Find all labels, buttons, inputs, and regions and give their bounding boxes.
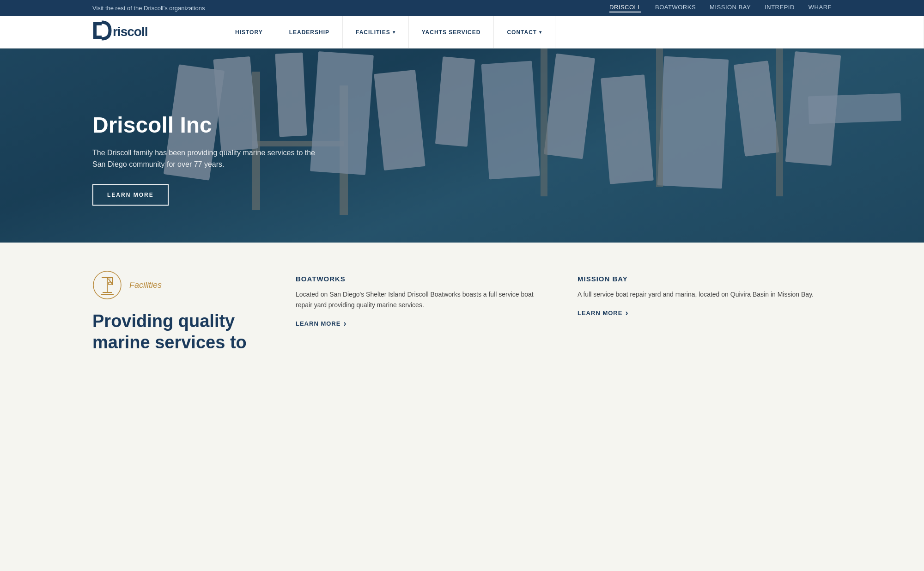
nav-yachts[interactable]: YACHTS SERVICED xyxy=(408,16,494,48)
top-bar-link-wharf[interactable]: WHARF xyxy=(808,4,832,12)
right-column: BOATWORKS Located on San Diego's Shelter… xyxy=(296,270,832,353)
hero-section: Driscoll Inc The Driscoll family has bee… xyxy=(0,49,924,243)
svg-rect-2 xyxy=(93,36,102,39)
mission-bay-description: A full service boat repair yard and mari… xyxy=(578,289,832,300)
facilities-label: Facilities xyxy=(129,280,162,290)
feature-mission-bay: MISSION BAY A full service boat repair y… xyxy=(578,275,832,353)
main-nav: riscoll HISTORY LEADERSHIP FACILITIES ▾ … xyxy=(0,16,924,49)
hero-cta-button[interactable]: LEARN MORE xyxy=(92,184,169,206)
logo[interactable]: riscoll xyxy=(92,20,171,44)
mission-bay-learn-more[interactable]: LEARN MORE xyxy=(578,308,832,318)
nav-history[interactable]: HISTORY xyxy=(222,16,276,48)
nav-leadership[interactable]: LEADERSHIP xyxy=(276,16,343,48)
facilities-chevron-icon: ▾ xyxy=(393,30,395,35)
svg-line-7 xyxy=(107,278,113,284)
logo-area: riscoll xyxy=(0,16,222,48)
feature-boatworks: BOATWORKS Located on San Diego's Shelter… xyxy=(296,275,550,353)
boatworks-description: Located on San Diego's Shelter Island Dr… xyxy=(296,289,550,310)
mission-bay-title: MISSION BAY xyxy=(578,275,832,283)
contact-chevron-icon: ▾ xyxy=(539,30,542,35)
boatworks-learn-more[interactable]: LEARN MORE xyxy=(296,319,550,328)
facilities-icon xyxy=(92,270,122,300)
content-section: Facilities Providing quality marine serv… xyxy=(0,243,924,371)
nav-contact[interactable]: CONTACT ▾ xyxy=(493,16,555,48)
boatworks-title: BOATWORKS xyxy=(296,275,550,283)
logo-svg: riscoll xyxy=(92,20,171,41)
top-bar-link-boatworks[interactable]: BOATWORKS xyxy=(655,4,696,12)
hero-description: The Driscoll family has been providing q… xyxy=(92,147,323,170)
top-bar-link-mission-bay[interactable]: MISSION BAY xyxy=(710,4,751,12)
svg-text:riscoll: riscoll xyxy=(113,24,147,39)
svg-rect-1 xyxy=(93,22,102,25)
hero-title: Driscoll Inc xyxy=(92,113,323,138)
nav-spacer xyxy=(555,16,924,48)
hero-content: Driscoll Inc The Driscoll family has bee… xyxy=(92,113,323,206)
top-bar-text: Visit the rest of the Driscoll's organiz… xyxy=(92,5,205,12)
top-bar-link-intrepid[interactable]: INTREPID xyxy=(765,4,795,12)
facilities-icon-wrap: Facilities xyxy=(92,270,259,300)
left-column: Facilities Providing quality marine serv… xyxy=(92,270,259,353)
top-bar: Visit the rest of the Driscoll's organiz… xyxy=(0,0,924,16)
section-heading: Providing quality marine services to xyxy=(92,311,259,353)
nav-facilities[interactable]: FACILITIES ▾ xyxy=(342,16,409,48)
svg-rect-12 xyxy=(109,282,111,285)
nav-links: HISTORY LEADERSHIP FACILITIES ▾ YACHTS S… xyxy=(222,16,924,48)
top-bar-link-driscoll[interactable]: DRISCOLL xyxy=(609,4,641,12)
top-bar-links: DRISCOLL BOATWORKS MISSION BAY INTREPID … xyxy=(609,4,832,12)
